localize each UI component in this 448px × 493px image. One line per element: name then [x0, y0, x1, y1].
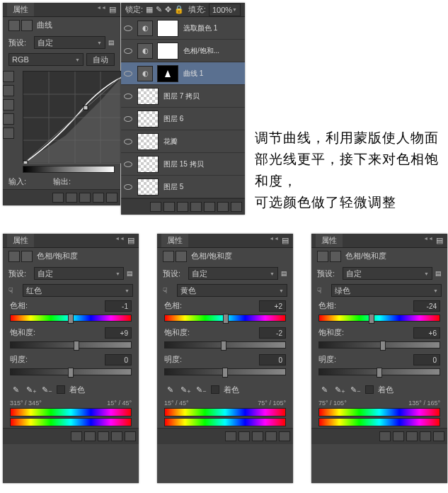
target-adjust-icon[interactable]: ☟: [8, 286, 20, 295]
lock-paint-icon[interactable]: ✎: [156, 5, 162, 14]
adjustment-icon[interactable]: ◐: [137, 43, 153, 59]
lightness-value[interactable]: 0: [105, 354, 132, 366]
preset-select[interactable]: 自定: [34, 267, 124, 280]
trash-icon[interactable]: [231, 202, 242, 212]
preset-menu-icon[interactable]: ▤: [281, 270, 287, 277]
layer-row[interactable]: 图层 15 拷贝: [121, 153, 245, 176]
adj-type-icon[interactable]: [8, 251, 20, 262]
visibility-toggle[interactable]: [121, 162, 135, 167]
lock-all-icon[interactable]: 🔒: [174, 5, 184, 14]
visibility-toggle[interactable]: [121, 94, 135, 99]
target-adjust-icon[interactable]: ☟: [317, 286, 328, 295]
point-tool-icon[interactable]: [3, 128, 14, 139]
new-layer-icon[interactable]: [217, 202, 229, 212]
hue-range-upper[interactable]: [318, 408, 440, 416]
layer-name[interactable]: 曲线 1: [183, 69, 203, 79]
lightness-value[interactable]: 0: [259, 354, 286, 366]
lock-move-icon[interactable]: ✥: [165, 5, 171, 14]
reset-icon[interactable]: [93, 193, 104, 203]
trash-icon[interactable]: [125, 431, 136, 441]
layer-name[interactable]: 色相/饱和...: [183, 46, 219, 56]
collapse-icon[interactable]: ◄◄: [269, 236, 279, 245]
auto-button[interactable]: 自动: [86, 53, 115, 66]
lightness-slider[interactable]: [318, 368, 440, 375]
layer-row[interactable]: 图层 7 拷贝: [121, 85, 245, 108]
clip-icon[interactable]: [66, 193, 77, 203]
reset-icon[interactable]: [265, 431, 277, 441]
layer-row[interactable]: ◐色相/饱和...: [121, 40, 245, 62]
eye-icon[interactable]: [252, 431, 263, 441]
lock-trans-icon[interactable]: ▦: [146, 5, 153, 14]
menu-icon[interactable]: ▤: [127, 236, 134, 245]
preset-menu-icon[interactable]: ▤: [108, 39, 115, 46]
input-gradient[interactable]: [23, 166, 115, 173]
layer-name[interactable]: 选取颜色 1: [183, 23, 217, 33]
mask-icon[interactable]: [21, 251, 33, 262]
hue-value[interactable]: +2: [259, 300, 286, 312]
preset-menu-icon[interactable]: ▤: [127, 270, 133, 277]
adj-type-icon[interactable]: [317, 251, 328, 262]
hue-range-upper[interactable]: [164, 408, 286, 416]
channel-select[interactable]: 黄色: [177, 284, 287, 297]
hue-range-lower[interactable]: [164, 418, 286, 426]
footer-icon[interactable]: [71, 431, 82, 441]
layer-name[interactable]: 图层 7 拷贝: [163, 91, 200, 101]
layer-name[interactable]: 花瓣: [163, 137, 178, 147]
eyedropper-icon[interactable]: ✎: [164, 384, 176, 395]
eyedropper-add-icon[interactable]: ✎₊: [180, 384, 191, 395]
reset-icon[interactable]: [111, 431, 122, 441]
lightness-slider[interactable]: [164, 368, 286, 375]
fx-icon[interactable]: [163, 202, 175, 212]
eyedropper-icon[interactable]: ✎: [318, 384, 330, 395]
layer-thumb[interactable]: [137, 110, 159, 128]
properties-tab[interactable]: 属性: [161, 234, 188, 247]
preset-select[interactable]: 自定: [188, 267, 278, 280]
adjustment-icon[interactable]: ◐: [137, 21, 153, 36]
adj-new-icon[interactable]: [190, 202, 202, 212]
saturation-slider[interactable]: [318, 341, 440, 348]
layer-thumb[interactable]: [137, 133, 159, 150]
hue-slider[interactable]: [10, 314, 132, 322]
channel-select[interactable]: 红色: [23, 284, 133, 297]
clip-icon[interactable]: [84, 431, 96, 441]
properties-tab[interactable]: 属性: [7, 3, 34, 16]
layer-row[interactable]: ◐选取颜色 1: [121, 17, 245, 40]
reset-icon[interactable]: [420, 431, 431, 441]
colorize-checkbox[interactable]: [211, 385, 219, 394]
layer-row[interactable]: 图层 5: [121, 176, 245, 198]
preset-select[interactable]: 自定: [34, 36, 105, 49]
lightness-slider[interactable]: [10, 368, 132, 375]
layer-thumb[interactable]: [137, 88, 159, 105]
mask-icon[interactable]: [21, 20, 33, 31]
menu-icon[interactable]: ▤: [109, 5, 116, 14]
preset-select[interactable]: 自定: [343, 267, 432, 280]
hue-slider[interactable]: [318, 314, 440, 322]
saturation-value[interactable]: +6: [413, 327, 440, 339]
menu-icon[interactable]: ▤: [436, 236, 443, 245]
colorize-checkbox[interactable]: [57, 385, 65, 394]
eyedropper-add-icon[interactable]: ✎₊: [334, 384, 345, 395]
properties-tab[interactable]: 属性: [316, 234, 343, 247]
eyedropper-sub-icon[interactable]: ✎₋: [41, 384, 52, 395]
layer-thumb[interactable]: [137, 156, 159, 173]
footer-icon[interactable]: [52, 193, 64, 203]
eye-icon[interactable]: [98, 431, 109, 441]
hue-value[interactable]: -24: [413, 300, 440, 312]
group-icon[interactable]: [204, 202, 215, 212]
adjustment-icon[interactable]: ◐: [137, 66, 153, 81]
eyedropper-sub-icon[interactable]: ✎₋: [350, 384, 361, 395]
hand-tool-icon[interactable]: [3, 71, 14, 82]
layer-mask-thumb[interactable]: [157, 42, 178, 60]
clip-icon[interactable]: [239, 431, 250, 441]
eye-icon[interactable]: [79, 193, 91, 203]
eye-icon[interactable]: [406, 431, 418, 441]
mask-icon[interactable]: [330, 251, 341, 262]
visibility-toggle[interactable]: [121, 116, 135, 122]
lightness-value[interactable]: 0: [413, 354, 440, 366]
trash-icon[interactable]: [279, 431, 290, 441]
mask-icon[interactable]: [176, 251, 187, 262]
eyedropper-add-icon[interactable]: ✎₊: [25, 384, 37, 395]
channel-select[interactable]: RGB: [8, 53, 84, 66]
saturation-value[interactable]: +9: [105, 327, 132, 339]
layer-name[interactable]: 图层 6: [163, 114, 183, 124]
